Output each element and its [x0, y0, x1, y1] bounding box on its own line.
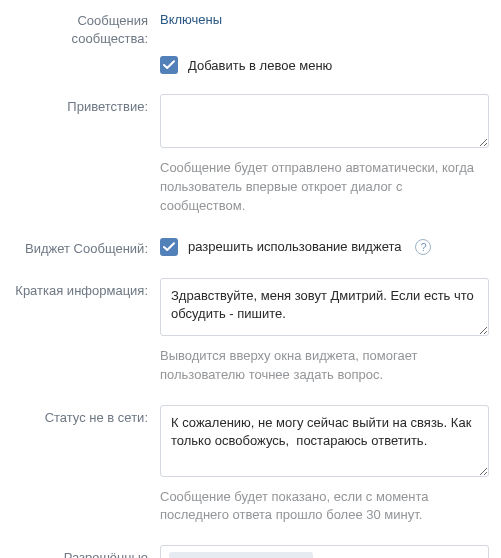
domains-label: Разрешённые домены:: [12, 545, 160, 558]
widget-label: Виджет Сообщений:: [12, 236, 160, 258]
greeting-hint: Сообщение будет отправлено автоматически…: [160, 159, 489, 216]
offline-hint: Сообщение будет показано, если с момента…: [160, 488, 489, 526]
messages-value-link[interactable]: Включены: [160, 8, 222, 27]
allow-widget-checkbox[interactable]: [160, 238, 178, 256]
check-icon: [163, 242, 175, 252]
short-info-hint: Выводится вверху окна виджета, помогает …: [160, 347, 489, 385]
help-icon[interactable]: ?: [415, 239, 431, 255]
greeting-label: Приветствие:: [12, 94, 160, 116]
short-info-label: Краткая информация:: [12, 278, 160, 300]
domain-token: http://smartlandin.biz: [169, 552, 313, 558]
greeting-textarea[interactable]: [160, 94, 489, 148]
messages-label: Сообщения сообщества:: [12, 8, 160, 48]
offline-label: Статус не в сети:: [12, 405, 160, 427]
short-info-textarea[interactable]: [160, 278, 489, 336]
allow-widget-label: разрешить использование виджета: [188, 239, 401, 254]
offline-textarea[interactable]: [160, 405, 489, 477]
check-icon: [163, 60, 175, 70]
add-to-menu-label: Добавить в левое меню: [188, 58, 332, 73]
add-to-menu-checkbox[interactable]: [160, 56, 178, 74]
domains-field[interactable]: http://smartlandin.biz: [160, 545, 489, 558]
